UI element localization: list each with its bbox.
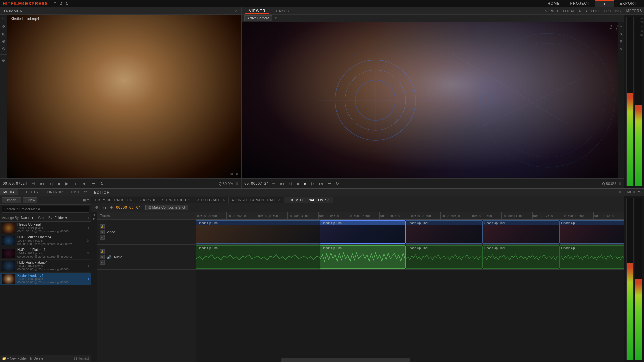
make-composite-button[interactable]: ⊡ Make Composite Shot: [145, 205, 188, 210]
media-item[interactable]: Kirstie Head.mp4 644 × 362 pixels 00:0…: [0, 273, 91, 285]
audio-lock-icon[interactable]: 🔒: [100, 249, 105, 254]
viewer-stop[interactable]: ■: [295, 181, 300, 187]
timeline-settings-icon[interactable]: ⚙: [94, 205, 99, 210]
new-folder-button[interactable]: 📁 + New Folder: [2, 357, 27, 360]
audio-visibility-icon[interactable]: 👁: [100, 255, 105, 259]
trimmer-stop[interactable]: ■: [56, 181, 61, 187]
viewer-zoom-option[interactable]: FULL: [591, 9, 600, 13]
comp-tab-5[interactable]: 5. KIRSTIE FINAL COMP ⊙: [284, 197, 334, 203]
timeline-home-icon[interactable]: ⏮: [101, 205, 107, 210]
scrollbar-thumb[interactable]: [281, 358, 410, 362]
tab-media[interactable]: MEDIA: [0, 189, 18, 195]
viewer-space-option[interactable]: LOCAL: [563, 9, 575, 13]
viewer-tool-2[interactable]: ✥: [618, 31, 624, 37]
tab-viewer[interactable]: VIEWER: [245, 8, 269, 14]
viewer-mark-in[interactable]: ⊣: [271, 181, 277, 187]
viewer-tool-1[interactable]: ↖: [618, 23, 624, 29]
tab-export[interactable]: EXPORT: [615, 0, 641, 7]
audio-clip-2[interactable]: Heads Up Final →: [320, 245, 406, 269]
audio-clip-4[interactable]: Heads Up Final →: [483, 245, 560, 269]
camera-tool-icon[interactable]: ⊙: [1, 46, 7, 52]
video-clip-4[interactable]: Heads Up Final →: [483, 220, 560, 244]
comp-tab-3-close[interactable]: ⊙: [222, 199, 225, 202]
viewer-next-frame[interactable]: ▷: [310, 181, 316, 187]
media-pin-icon[interactable]: ⊙: [86, 226, 89, 230]
viewer-tool-4[interactable]: ⊕: [618, 46, 624, 52]
delete-button[interactable]: 🗑 Delete: [29, 357, 43, 360]
list-view-icon[interactable]: ≡: [87, 198, 89, 202]
tab-history[interactable]: HISTORY: [68, 189, 91, 195]
group-by-value[interactable]: Folder ▼: [54, 216, 68, 220]
viewer-step-back[interactable]: ⏮: [279, 181, 285, 187]
save-icon[interactable]: ⊡: [53, 1, 57, 6]
comp-tab-5-close[interactable]: ⊙: [327, 199, 330, 202]
viewer-mark-out[interactable]: ⊢: [326, 181, 332, 187]
redo-icon[interactable]: ↻: [65, 1, 69, 6]
new-button[interactable]: + New: [23, 197, 37, 203]
tab-effects[interactable]: EFFECTS: [18, 189, 41, 195]
video-clip-2[interactable]: Heads Up Final →: [320, 220, 406, 244]
sort-icon[interactable]: ↕: [87, 216, 89, 220]
comp-tab-3[interactable]: 3. HUD GRADE ⊙: [194, 197, 229, 203]
trimmer-prev-frame[interactable]: ◁: [48, 181, 54, 187]
audio-clip-1[interactable]: Heads Up Final →: [196, 245, 320, 269]
trimmer-mark-in[interactable]: ⊣: [30, 181, 36, 187]
track-visibility-icon[interactable]: 👁: [100, 230, 105, 234]
comp-tab-1-close[interactable]: ⊙: [129, 199, 132, 202]
timeline-add-icon[interactable]: ⊕: [109, 205, 114, 210]
comp-tab-4-close[interactable]: ⊙: [278, 199, 281, 202]
search-input[interactable]: [2, 206, 89, 213]
tab-layer[interactable]: LAYER: [272, 8, 293, 14]
trimmer-step-back[interactable]: ⏮: [39, 181, 45, 187]
comp-tab-4[interactable]: 4. KIRSTIE DARKEN GRADE ⊙: [229, 197, 284, 203]
tl-collapse-icon[interactable]: ◀: [93, 213, 95, 216]
transform-tool-icon[interactable]: ✥: [1, 23, 7, 29]
track-lock-icon[interactable]: 🔒: [100, 224, 105, 229]
trimmer-step-forward[interactable]: ⏭: [81, 181, 88, 187]
media-pin-icon[interactable]: ⊙: [86, 264, 89, 268]
viewer-color-option[interactable]: RGB: [579, 9, 587, 13]
audio-volume-icon[interactable]: 🔊: [107, 255, 112, 259]
viewer-step-forward[interactable]: ⏭: [318, 181, 324, 187]
timeline-playhead[interactable]: [436, 220, 436, 244]
trimmer-next-frame[interactable]: ▷: [72, 181, 78, 187]
tab-project[interactable]: PROJECT: [566, 0, 594, 7]
media-item[interactable]: Heads Up Final 1920 × 1024 pixels 00:01:…: [0, 222, 91, 234]
undo-icon[interactable]: ↺: [59, 1, 63, 6]
arrange-by-value[interactable]: Name ▼: [21, 216, 34, 220]
video-clip-5[interactable]: Heads Up Fi...: [560, 220, 624, 244]
timeline-timecode[interactable]: 00:00:06:04: [116, 205, 141, 210]
media-pin-icon[interactable]: ⊙: [86, 251, 89, 255]
media-item[interactable]: HUD Right Flat.mp4 1024 x 1024 pixels 00…: [0, 260, 91, 273]
editor-close-icon[interactable]: ✕: [618, 190, 621, 194]
audio-clip-3[interactable]: Heads Up Final →: [406, 245, 483, 269]
trimmer-play[interactable]: ▶: [64, 181, 70, 187]
viewer-tool-3[interactable]: ⊞: [618, 38, 624, 44]
track-mute-icon[interactable]: M: [100, 235, 105, 240]
viewer-prev-frame[interactable]: ◁: [287, 181, 293, 187]
viewer-play[interactable]: ▶: [302, 181, 308, 187]
viewer-loop[interactable]: ↻: [334, 181, 340, 187]
tab-edit[interactable]: EDIT: [595, 0, 614, 7]
select-tool-icon[interactable]: ↖: [1, 16, 7, 22]
grid-view-icon[interactable]: ⊞: [83, 198, 86, 202]
comp-tab-2-close[interactable]: ⊙: [187, 199, 190, 202]
media-item[interactable]: HUD Horizon Flat.mp4 1024 x 1024 pixels …: [0, 234, 91, 247]
import-button[interactable]: ↓ Import...: [2, 197, 21, 203]
camera-dropdown-icon[interactable]: ▼: [274, 16, 278, 20]
video-clip-1[interactable]: Heads Up Final →: [196, 220, 320, 244]
tab-home[interactable]: HOME: [543, 0, 565, 7]
comp-tab-2[interactable]: 2. KIRSTIE T...KED WITH HUD ⊙: [136, 197, 194, 203]
video-clip-3[interactable]: Heads Up Final →: [406, 220, 483, 244]
audio-clip-5[interactable]: Heads Up Fi...: [560, 245, 624, 269]
media-selected-icon[interactable]: ⊙: [86, 277, 89, 281]
viewer-options-btn[interactable]: OPTIONS: [604, 9, 621, 13]
viewer-view-option[interactable]: VIEW: 1: [545, 9, 559, 13]
active-camera-button[interactable]: Active Camera: [244, 15, 272, 21]
tab-controls[interactable]: CONTROLS: [41, 189, 68, 195]
comp-tab-1[interactable]: 1. KIRSTIE TRACKED ⊙: [91, 197, 136, 203]
trimmer-close-icon[interactable]: ✕: [235, 9, 238, 13]
audio-mute-icon[interactable]: M: [100, 260, 105, 265]
media-pin-icon[interactable]: ⊙: [86, 239, 89, 242]
timeline-scrollbar[interactable]: [196, 358, 624, 362]
